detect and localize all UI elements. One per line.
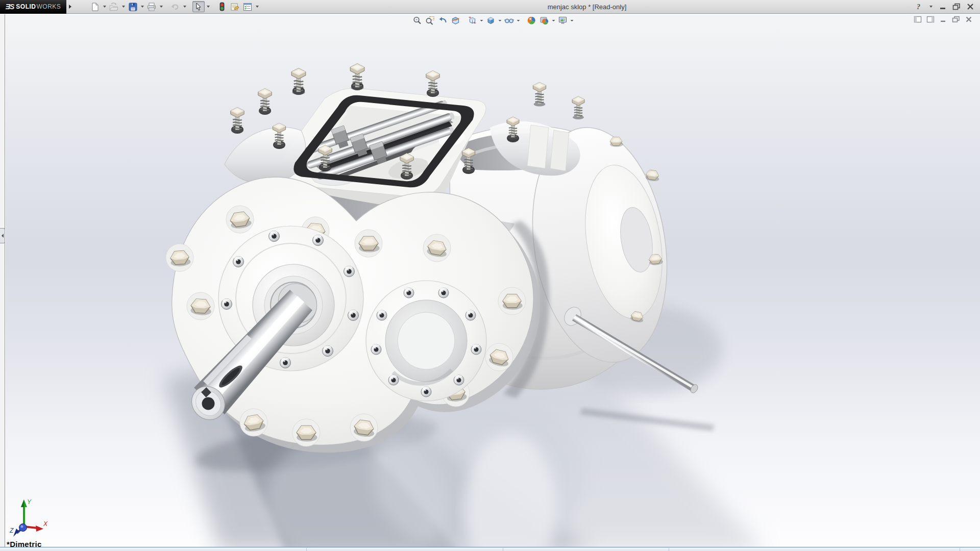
workspace: Y X Z	[0, 14, 980, 547]
select-tool-dropdown[interactable]	[205, 1, 211, 12]
save-dropdown[interactable]	[139, 1, 145, 12]
select-tool-button[interactable]	[192, 1, 205, 12]
logo-solid-text: SOLID	[16, 3, 36, 10]
options-dropdown[interactable]	[254, 1, 260, 12]
section-view-button[interactable]	[450, 15, 461, 26]
help-icon: ?	[915, 3, 922, 11]
new-document-icon	[91, 3, 100, 11]
minimize-button[interactable]	[938, 2, 947, 12]
restore-icon	[952, 3, 961, 10]
edit-appearance-icon	[527, 16, 536, 25]
view-orientation-button[interactable]	[467, 15, 478, 26]
featuremanager-collapsed-strip	[0, 14, 5, 547]
pane-left-toggle[interactable]	[913, 15, 922, 23]
pane-left-icon	[914, 16, 922, 23]
apply-scene-icon	[540, 16, 549, 25]
doc-restore-button[interactable]	[951, 15, 960, 23]
apply-scene-button[interactable]	[538, 15, 550, 26]
section-view-icon	[451, 16, 460, 25]
display-style-dropdown[interactable]	[498, 15, 502, 26]
hide-show-items-dropdown[interactable]	[516, 15, 521, 26]
print-icon	[147, 3, 156, 11]
zoom-to-area-icon	[426, 16, 435, 25]
open-dropdown[interactable]	[120, 1, 126, 12]
save-button[interactable]	[127, 1, 139, 12]
output-bearing-cover[interactable]	[366, 281, 486, 401]
hide-show-items-button[interactable]	[503, 15, 515, 26]
options-checklist-icon	[243, 3, 252, 11]
restore-button[interactable]	[952, 2, 961, 12]
close-button[interactable]	[966, 2, 975, 12]
menu-flyout-arrow[interactable]	[66, 0, 74, 14]
statusbar-divider	[306, 548, 307, 551]
reference-triad: Y X Z	[9, 497, 48, 541]
featuremanager-flyout-handle[interactable]	[0, 228, 5, 243]
display-style-button[interactable]	[485, 15, 497, 26]
zoom-to-fit-icon	[413, 16, 422, 25]
undo-dropdown[interactable]	[182, 1, 187, 12]
options-button[interactable]	[241, 1, 254, 12]
new-document-dropdown[interactable]	[102, 1, 107, 12]
status-bar	[0, 547, 980, 551]
undo-icon	[170, 3, 180, 11]
triad-y-label: Y	[27, 498, 32, 506]
model-viewport-canvas[interactable]: Y X Z	[6, 14, 980, 547]
view-orientation-dropdown[interactable]	[479, 15, 484, 26]
select-cursor-icon	[194, 3, 203, 11]
undo-button[interactable]	[169, 1, 181, 12]
file-properties-button[interactable]	[229, 1, 241, 12]
document-window-controls	[913, 15, 973, 23]
doc-minimize-icon	[940, 16, 947, 23]
hide-show-items-icon	[504, 16, 514, 25]
triad-x-label: X	[43, 520, 48, 528]
statusbar-divider	[503, 548, 503, 551]
rebuild-traffic-light-icon	[218, 2, 226, 11]
doc-close-button[interactable]	[964, 15, 973, 23]
close-icon	[967, 3, 974, 10]
triad-x-arrowhead	[36, 525, 43, 532]
help-dropdown[interactable]	[928, 1, 934, 12]
previous-view-icon	[438, 16, 448, 25]
open-button[interactable]	[108, 1, 120, 12]
display-style-icon	[486, 16, 496, 25]
view-orientation-label: *Dimetric	[7, 540, 42, 548]
print-dropdown[interactable]	[158, 1, 164, 12]
window-controls: ?	[914, 1, 980, 12]
apply-scene-dropdown[interactable]	[551, 15, 556, 26]
doc-restore-icon	[952, 16, 960, 23]
file-properties-icon	[230, 3, 239, 11]
standard-toolbar	[89, 1, 260, 12]
save-floppy-icon	[129, 3, 137, 11]
pane-right-icon	[926, 16, 935, 23]
logo-works-text: WORKS	[37, 3, 61, 10]
zoom-to-area-button[interactable]	[424, 15, 436, 26]
gearbox-model[interactable]	[6, 14, 980, 547]
view-settings-dropdown[interactable]	[570, 15, 574, 26]
edit-appearance-button[interactable]	[526, 15, 537, 26]
rebuild-button[interactable]	[216, 1, 228, 12]
doc-minimize-button[interactable]	[939, 15, 947, 23]
new-document-button[interactable]	[89, 1, 101, 12]
previous-view-button[interactable]	[437, 15, 449, 26]
help-button[interactable]: ?	[914, 2, 923, 12]
solidworks-window: ƎSSOLIDWORKS	[0, 0, 980, 551]
heads-up-view-toolbar	[411, 15, 574, 26]
triad-origin-ball	[19, 524, 27, 532]
triad-z-label: Z	[9, 527, 14, 534]
ds-logo-mark: ƎS	[6, 3, 14, 11]
solidworks-logo: ƎSSOLIDWORKS	[0, 0, 66, 14]
svg-text:?: ?	[917, 3, 920, 11]
print-button[interactable]	[145, 1, 158, 12]
pane-right-toggle[interactable]	[926, 15, 935, 23]
statusbar-divider	[669, 548, 669, 551]
minimize-icon	[940, 3, 946, 10]
view-orientation-icon	[468, 16, 477, 25]
zoom-to-fit-button[interactable]	[411, 15, 423, 26]
open-folder-icon	[109, 3, 118, 11]
title-bar: ƎSSOLIDWORKS	[0, 0, 980, 14]
window-title: menjac sklop * [Read-only]	[260, 3, 914, 11]
view-settings-icon	[558, 16, 568, 25]
doc-close-icon	[965, 16, 972, 23]
view-settings-button[interactable]	[557, 15, 569, 26]
statusbar-divider	[960, 548, 960, 551]
